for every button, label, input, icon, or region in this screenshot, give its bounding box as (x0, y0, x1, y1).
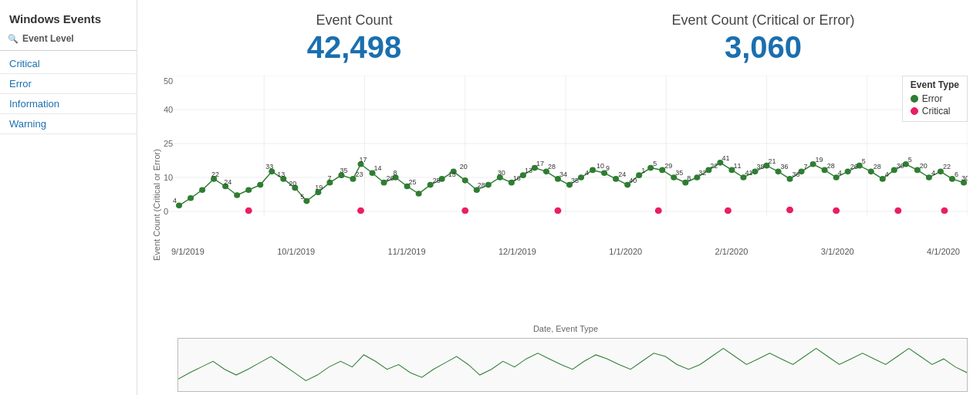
svg-point-23 (234, 192, 240, 198)
sidebar-item-critical[interactable]: Critical (0, 54, 137, 74)
chart-legend: Event Type Error Critical (902, 76, 968, 122)
svg-point-24 (245, 187, 252, 193)
svg-text:28: 28 (548, 164, 556, 171)
svg-text:35: 35 (340, 167, 347, 174)
svg-point-53 (578, 174, 584, 181)
svg-text:10: 10 (164, 173, 173, 182)
legend-critical-label: Critical (922, 106, 951, 116)
svg-text:22: 22 (943, 164, 951, 171)
svg-text:7: 7 (804, 164, 808, 171)
svg-text:25: 25 (433, 177, 441, 184)
svg-text:30: 30 (961, 174, 968, 182)
y-axis-label: Event Count (Critical or Error) (150, 76, 164, 335)
svg-text:5: 5 (862, 157, 866, 165)
svg-text:6: 6 (955, 170, 958, 178)
main-chart-svg: 0 10 25 40 50 (164, 76, 968, 245)
kpi-critical-error-label: Event Count (Critical or Error) (671, 12, 854, 29)
svg-point-94 (833, 207, 840, 214)
svg-text:5: 5 (653, 160, 657, 167)
kpi-event-count: Event Count 42,498 (150, 8, 559, 69)
svg-text:13: 13 (525, 167, 532, 174)
x-label-jan2020: 1/1/2020 (609, 247, 642, 256)
svg-point-54 (590, 167, 596, 174)
svg-text:1: 1 (641, 167, 645, 174)
svg-text:36: 36 (781, 164, 789, 171)
svg-point-18 (176, 203, 182, 209)
sidebar-item-error[interactable]: Error (0, 74, 137, 94)
svg-text:32: 32 (698, 169, 706, 177)
svg-text:35: 35 (571, 177, 579, 184)
sidebar: Windows Events 🔍 Event Level Critical Er… (0, 0, 137, 395)
svg-point-95 (894, 207, 902, 214)
svg-point-19 (188, 195, 194, 201)
svg-text:20: 20 (460, 164, 468, 171)
svg-point-92 (724, 207, 732, 214)
svg-point-88 (357, 207, 364, 214)
svg-text:25: 25 (409, 178, 417, 186)
svg-text:5: 5 (908, 156, 912, 164)
mini-chart[interactable] (177, 338, 968, 392)
x-label-dec2019: 12/1/2019 (498, 247, 536, 256)
svg-text:13: 13 (277, 170, 285, 178)
filter-label: Event Level (22, 33, 74, 44)
svg-text:17: 17 (359, 156, 367, 164)
svg-text:5: 5 (300, 193, 304, 201)
legend-title: Event Type (911, 79, 959, 90)
svg-point-25 (257, 182, 263, 188)
svg-text:4: 4 (885, 170, 889, 178)
legend-item-error: Error (911, 93, 959, 104)
error-dot (911, 95, 918, 103)
svg-text:9: 9 (606, 165, 610, 173)
chart-section: Event Count (Critical or Error) Event Ty… (150, 76, 968, 392)
svg-text:4: 4 (585, 169, 589, 177)
svg-text:20: 20 (920, 162, 928, 170)
svg-text:13: 13 (448, 170, 456, 178)
search-icon: 🔍 (8, 34, 19, 44)
main-content: Event Count 42,498 Event Count (Critical… (137, 0, 980, 395)
sidebar-item-warning[interactable]: Warning (0, 114, 137, 134)
svg-text:30: 30 (897, 162, 904, 170)
svg-text:10: 10 (596, 162, 604, 170)
svg-text:22: 22 (211, 170, 219, 178)
svg-text:25: 25 (164, 139, 173, 148)
mini-chart-label: Date, Event Type (533, 324, 598, 333)
svg-text:30: 30 (498, 169, 505, 177)
svg-point-91 (654, 207, 662, 214)
svg-text:34: 34 (559, 170, 567, 178)
kpi-critical-error-value: 3,060 (725, 30, 802, 65)
kpi-event-count-value: 42,498 (307, 30, 401, 65)
svg-text:4: 4 (838, 169, 842, 177)
legend-error-label: Error (922, 93, 943, 104)
kpi-critical-error: Event Count (Critical or Error) 3,060 (559, 8, 968, 69)
svg-rect-158 (178, 339, 967, 391)
x-label-feb2020: 2/1/2020 (715, 247, 749, 256)
svg-text:29: 29 (664, 162, 672, 170)
chart-canvas-wrapper: Event Type Error Critical (164, 76, 968, 335)
svg-text:36: 36 (792, 170, 800, 178)
svg-point-93 (786, 206, 794, 214)
svg-text:0: 0 (164, 207, 168, 216)
svg-point-90 (554, 207, 562, 214)
x-label-nov2019: 11/1/2019 (388, 247, 426, 256)
svg-text:17: 17 (536, 160, 544, 167)
svg-text:28: 28 (874, 164, 881, 171)
svg-text:28: 28 (478, 182, 485, 190)
filter-items: Critical Error Information Warning (0, 54, 137, 134)
svg-text:8: 8 (394, 169, 397, 177)
svg-text:22: 22 (710, 162, 718, 170)
legend-item-critical: Critical (911, 106, 959, 116)
mini-chart-svg (178, 339, 967, 391)
critical-dot (911, 107, 918, 115)
sidebar-item-information[interactable]: Information (0, 94, 137, 114)
svg-point-45 (485, 182, 492, 188)
svg-text:26: 26 (850, 164, 858, 171)
kpi-event-count-label: Event Count (316, 12, 392, 29)
svg-text:40: 40 (629, 177, 637, 184)
svg-text:19: 19 (315, 184, 323, 191)
x-label-sep2019: 9/1/2019 (171, 247, 204, 256)
svg-text:41: 41 (745, 169, 752, 177)
svg-point-96 (941, 207, 948, 214)
svg-point-43 (462, 177, 468, 184)
svg-text:11: 11 (733, 162, 741, 170)
svg-text:20: 20 (289, 180, 296, 187)
